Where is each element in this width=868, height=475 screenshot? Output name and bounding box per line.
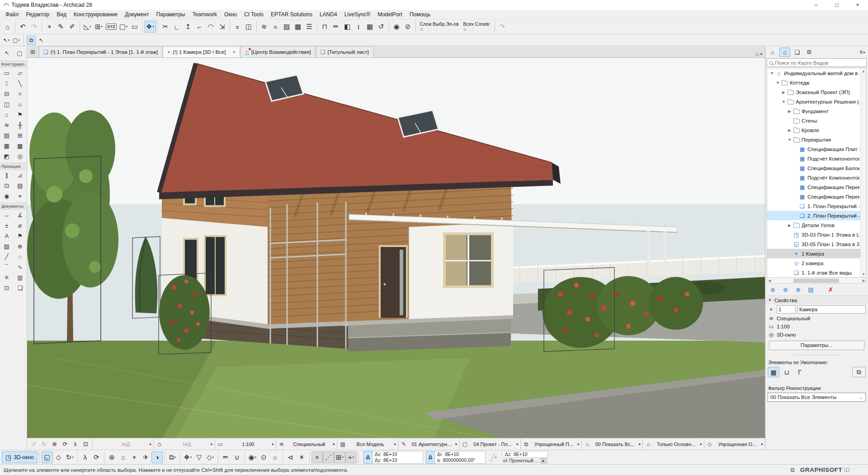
pen-set-selector[interactable]: ✎01 Архитектурн...▸ [398,438,459,450]
graphic-override-selector[interactable]: ⧉Упрощенный П...▸ [520,438,581,450]
view-parameters-button[interactable]: Параметры... [769,341,864,350]
text-tool[interactable]: A [1,231,12,241]
new-viewpoint-button[interactable]: ⊕ [767,285,778,294]
measure-button[interactable]: ▭ [129,21,141,33]
marker-button[interactable]: ◧ [342,21,353,33]
sun-study-button[interactable]: ☼ [269,451,281,463]
intersect-button[interactable]: ⌐ [194,21,205,33]
view-map-button[interactable]: ⌂ [779,48,790,57]
slab-tool[interactable]: ▱ [14,68,26,78]
menu-item-5[interactable]: Параметры [152,11,189,18]
find-select-button[interactable]: ⌖ [44,21,55,33]
move-group-button[interactable]: ❖▾ [145,21,156,33]
scroll-up-icon[interactable]: ▲ [862,69,865,73]
beam-tool[interactable]: ╲ [14,78,26,89]
tab-1[interactable]: ❏(!) 1. План Перекрытий - 1 Этаж [1. 1-й… [39,46,162,57]
zoom-previous-button[interactable]: ↺ [28,439,39,449]
tree-item-0[interactable]: ▼⌂Индивидуальный жилой дом в г. [767,68,860,78]
new-tab-button[interactable]: ⌂▾ [755,50,765,57]
slab-edges-button[interactable]: ≋ [259,21,270,33]
opening-tool[interactable]: ◎ [14,151,26,162]
drawing-tool[interactable]: ❏ [14,283,26,293]
marquee-tool[interactable]: ▢ [14,48,25,58]
view-map-search[interactable] [767,58,867,67]
dx-value[interactable]: 8E+10 [383,451,397,457]
trace-reference-button[interactable]: ⧉ [27,36,36,45]
model-view-options-selector[interactable]: ▢04 Проект - Пл...▸ [459,438,520,450]
profile-button[interactable]: I [353,21,364,33]
look-to-button[interactable]: ◑ [151,451,163,463]
angle-dimension-tool[interactable]: ∡ [14,210,26,220]
tree-item-20[interactable]: ◇2 камера [767,258,860,268]
redo-button[interactable]: ↷ [28,21,40,33]
zone-tool[interactable]: ▩ [14,141,26,151]
tree-item-8[interactable]: ▦Спецификация Плит Пер [767,144,860,154]
angle-value[interactable]: 800000000,00° [443,457,475,463]
coordinate-box-xy[interactable]: Δ Δx:8E+10 Δy:8E+10 [363,451,423,464]
door-tool[interactable]: ◫ [1,99,12,109]
skylight-tool[interactable]: ◩ [1,151,12,162]
tree-item-11[interactable]: ▦Подсчёт Компонентов Пе [767,173,860,182]
railing-tool[interactable]: ╫ [14,120,26,130]
project-map-button[interactable]: ⌂ [767,48,778,57]
split-button[interactable]: ✂ [160,21,171,33]
polyline-tool[interactable]: ⌒ [1,262,12,272]
snap-grid-button[interactable]: ⊞▾ [93,21,104,33]
masonry-block-button[interactable]: ▩ [292,21,304,33]
layer-group-icons[interactable]: ⊘ ◌ [463,27,491,32]
chevron-collapsed-icon[interactable]: ▶ [781,90,787,95]
zoom-next-button[interactable]: ↻ [39,439,49,449]
fly-mode-button[interactable]: ✈ [140,451,151,463]
renovation-filter-select[interactable]: 00 Показать Все Элементы ⌄ [768,393,866,402]
turn-mode-button[interactable]: ⟳ [91,451,102,463]
tree-item-19[interactable]: ⌖1 Камера [767,249,860,258]
3d-viewport[interactable] [27,58,765,438]
column-tool[interactable]: ⌷ [1,78,12,89]
stairs-tool[interactable]: ⊟ [1,89,12,99]
navigator-menu-button[interactable]: ≡▸ [859,49,866,55]
snap-grid-3d-button[interactable]: ⊞▾ [334,451,345,463]
spline-tool[interactable]: ∿ [14,262,26,272]
menu-item-9[interactable]: EPTAR Solutions [267,11,316,18]
delta-toggle-ra[interactable]: Δ [426,451,435,464]
menu-item-8[interactable]: CI Tools [241,11,267,18]
orbit-axis-button[interactable]: ↻▾ [64,451,75,463]
doors-windows-button[interactable]: ◫ [243,21,255,33]
coordinate-box-ra[interactable]: Δ Δr:8E+10 a:800000000,00° [426,451,486,464]
crane-default-button[interactable]: Γ [794,367,806,377]
chevron-expanded-icon[interactable]: ▼ [787,138,793,142]
redo-alt-button[interactable]: ↷ [497,21,508,33]
roof-tool[interactable]: ⌂ [1,109,12,120]
filter-funnel-button[interactable]: ▽ [193,451,205,463]
view-name-field[interactable] [797,305,866,314]
delta-toggle-xy[interactable]: Δ [363,451,373,464]
menu-item-4[interactable]: Документ [121,11,152,18]
paint-brush-button[interactable]: ✏ [330,21,342,33]
wall-default-button[interactable]: ▩ [768,367,779,377]
layer-group-icons[interactable]: ⊘ ◌ ◌ [420,27,459,32]
chevron-expanded-icon[interactable]: ▼ [775,81,781,85]
3d-window-button[interactable]: ◳ 3D-окно [2,451,38,463]
minimize-button[interactable]: – [806,0,826,10]
story-display-selector[interactable]: ⌂Только Основн...▸ [642,438,703,450]
section-tool[interactable]: ∥ [1,170,12,180]
view-settings-button[interactable]: ▤ [805,285,816,294]
layer-lock-button[interactable]: ⊘ [402,21,414,33]
menu-item-11[interactable]: LiveSync® [341,11,374,18]
save-current-view-button[interactable]: ⊕ [780,285,791,294]
wall-tool[interactable]: ▭ [1,68,12,78]
surface-paint-button[interactable]: ✏ [220,451,231,463]
layout-book-button[interactable]: ❏ [792,48,802,57]
elevation-tool[interactable]: ⊿ [14,170,26,180]
tree-item-21[interactable]: ❏1. 1-й этаж Все виды [767,268,860,277]
menu-item-2[interactable]: Вид [53,11,70,18]
properties-header[interactable]: ▼ Свойства [765,295,868,304]
window-tool[interactable]: ⊞ [14,130,26,141]
paint-bucket-button[interactable]: ∪ [231,451,243,463]
renovation-filter-selector[interactable]: ⌂00 Показать Вс...▸ [581,438,642,450]
scroll-left-icon[interactable]: ◀ [767,279,772,283]
layer-combination-selector[interactable]: ≋Специальный▸ [276,438,337,450]
video-camera-button[interactable]: ⊲ [285,451,296,463]
shell-tool[interactable]: ≋ [1,120,12,130]
zoom-in-button[interactable]: ⊕ [49,439,60,449]
